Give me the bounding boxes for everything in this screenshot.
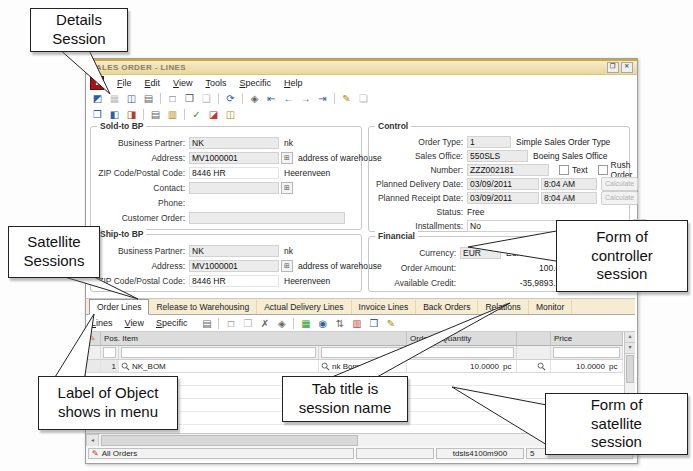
- address-input[interactable]: MV1000001: [189, 152, 279, 164]
- browse-zoom-icon[interactable]: [321, 362, 330, 371]
- delete-session-icon[interactable]: ◨: [124, 107, 139, 121]
- calculate-button[interactable]: Calculate: [601, 177, 638, 191]
- new-record-icon[interactable]: □: [165, 91, 180, 105]
- cell-pos[interactable]: 1: [101, 360, 119, 373]
- details-session-icon[interactable]: ◫: [124, 91, 139, 105]
- print-icon[interactable]: ▤: [141, 91, 156, 105]
- grid-corner-icon[interactable]: ✎: [86, 332, 101, 346]
- copy-line-icon[interactable]: ❐: [240, 316, 255, 330]
- find-icon[interactable]: ◈: [247, 91, 262, 105]
- print-report-icon[interactable]: ▤: [148, 107, 163, 121]
- scroll-left-icon[interactable]: ◂: [86, 434, 99, 447]
- zoom-icon[interactable]: ◉: [315, 316, 330, 330]
- sort-icon[interactable]: ⇅: [332, 316, 347, 330]
- print-preview-icon[interactable]: ▥: [165, 107, 180, 121]
- cell-browse[interactable]: [517, 360, 551, 373]
- tab-monitor[interactable]: Monitor: [529, 300, 572, 314]
- browse-zoom-icon[interactable]: [537, 362, 546, 371]
- hscroll-thumb[interactable]: [101, 435, 358, 446]
- cell-item[interactable]: NK_BOM: [119, 360, 319, 373]
- rush-order-checkbox[interactable]: [598, 165, 608, 175]
- paste-icon[interactable]: ❑: [199, 91, 214, 105]
- menu-file[interactable]: File: [117, 78, 132, 88]
- save-icon[interactable]: ▦: [107, 91, 122, 105]
- tab-order-lines[interactable]: Order Lines: [89, 299, 149, 315]
- planned-receipt-time-input[interactable]: 8:04 AM: [541, 192, 597, 204]
- close-button[interactable]: ✕: [621, 62, 633, 73]
- customer-order-input[interactable]: [189, 212, 345, 224]
- tab-relations[interactable]: Relations: [478, 300, 528, 314]
- attach-icon[interactable]: ◈: [274, 316, 289, 330]
- previous-record-icon[interactable]: ←: [281, 91, 296, 105]
- delete-line-icon[interactable]: ✗: [257, 316, 272, 330]
- pos-filter-input[interactable]: [101, 346, 119, 360]
- currency-input[interactable]: EUR: [460, 247, 501, 259]
- scroll-down-icon[interactable]: ▾: [625, 343, 635, 354]
- order-number-input[interactable]: ZZZ002181: [467, 164, 549, 176]
- field-label: ZIP Code/Postal Code:: [93, 276, 189, 286]
- print-line-icon[interactable]: ▤: [199, 316, 214, 330]
- tab-actual-delivery-lines[interactable]: Actual Delivery Lines: [257, 300, 351, 314]
- run-program-icon[interactable]: ◪: [206, 107, 221, 121]
- business-partner-input[interactable]: NK: [189, 137, 279, 149]
- tab-invoice-lines[interactable]: Invoice Lines: [352, 300, 417, 314]
- calculate-button[interactable]: Calculate: [601, 191, 638, 205]
- menu-lines[interactable]: Lines: [91, 318, 113, 328]
- ship-address-browse-button[interactable]: ⊞: [281, 260, 293, 272]
- options-icon[interactable]: ❏: [356, 91, 371, 105]
- new-session-icon[interactable]: ◧: [107, 107, 122, 121]
- cell-item-desc[interactable]: nk Bom: [319, 360, 407, 373]
- item-desc-filter-input[interactable]: [319, 346, 407, 360]
- insert-line-icon[interactable]: ▦: [298, 316, 313, 330]
- address-browse-button[interactable]: ⊞: [281, 152, 293, 164]
- table-row[interactable]: 1 NK_BOM nk Bom 10.0000 pc 10.0000: [86, 360, 635, 373]
- browse-zoom-icon[interactable]: [121, 362, 130, 371]
- text-checkbox[interactable]: [559, 165, 569, 175]
- approve-icon[interactable]: ✓: [189, 107, 204, 121]
- transfer-icon[interactable]: ❒: [366, 316, 381, 330]
- chart-icon[interactable]: ▥: [349, 316, 364, 330]
- row-selector[interactable]: [86, 360, 101, 373]
- column-header-pos-item[interactable]: Pos. Item: [101, 332, 407, 346]
- duplicate-icon[interactable]: ❐: [182, 91, 197, 105]
- ship-business-partner-input[interactable]: NK: [189, 245, 279, 257]
- order-type-input[interactable]: 1: [467, 136, 511, 148]
- vscroll-thumb[interactable]: [626, 355, 634, 383]
- menu-view[interactable]: View: [173, 78, 192, 88]
- restore-button[interactable]: ❐: [607, 62, 619, 73]
- menu-lines-view[interactable]: View: [125, 318, 144, 328]
- menu-help[interactable]: Help: [284, 78, 303, 88]
- new-line-icon[interactable]: □: [223, 316, 238, 330]
- first-record-icon[interactable]: ⇤: [264, 91, 279, 105]
- menu-specific[interactable]: Specific: [239, 78, 271, 88]
- quantity-filter-input[interactable]: [407, 346, 517, 360]
- ship-address-input[interactable]: MV1000001: [189, 260, 279, 272]
- sales-office-input[interactable]: 550SLS: [467, 150, 528, 162]
- edit-icon[interactable]: ✎: [339, 91, 354, 105]
- column-header-price[interactable]: Price: [551, 332, 623, 346]
- tab-back-orders[interactable]: Back Orders: [416, 300, 478, 314]
- cell-ordered-quantity[interactable]: 10.0000 pc: [407, 360, 517, 373]
- line-options-icon[interactable]: ✎: [383, 316, 398, 330]
- menu-edit[interactable]: Edit: [145, 78, 161, 88]
- item-filter-input[interactable]: [119, 346, 319, 360]
- contact-input[interactable]: [189, 182, 279, 194]
- price-filter-input[interactable]: [551, 346, 623, 360]
- open-icon[interactable]: ◩: [90, 91, 105, 105]
- planned-delivery-date-input[interactable]: 03/09/2011: [467, 178, 539, 190]
- tab-release-to-warehousing[interactable]: Release to Warehousing: [149, 300, 257, 314]
- menu-lines-specific[interactable]: Specific: [156, 318, 188, 328]
- menu-tools[interactable]: Tools: [205, 78, 226, 88]
- planned-delivery-time-input[interactable]: 8:04 AM: [541, 178, 597, 190]
- next-record-icon[interactable]: →: [298, 91, 313, 105]
- help-session-icon[interactable]: ◫: [223, 107, 238, 121]
- filter-status-cell[interactable]: ✎ All Orders: [88, 448, 354, 459]
- scroll-up-icon[interactable]: ▴: [625, 332, 635, 343]
- last-record-icon[interactable]: ⇥: [315, 91, 330, 105]
- cell-price[interactable]: 10.0000 pc: [551, 360, 623, 373]
- copy-clipboard-icon[interactable]: ❒: [90, 107, 105, 121]
- column-header-ordered-quantity[interactable]: Ordered Quantity: [407, 332, 517, 346]
- refresh-icon[interactable]: ⟳: [223, 91, 238, 105]
- contact-browse-button[interactable]: ⊞: [281, 182, 293, 194]
- planned-receipt-date-input[interactable]: 03/09/2011: [467, 192, 539, 204]
